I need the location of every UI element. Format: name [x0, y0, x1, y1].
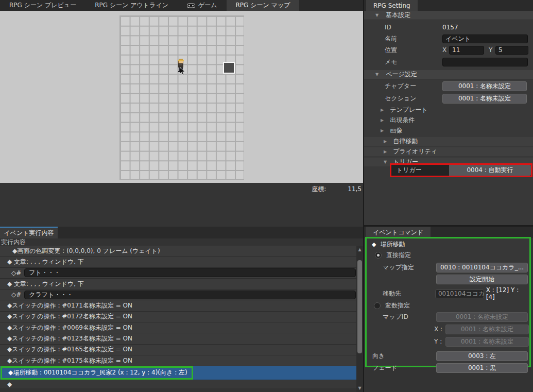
tab-rpg-setting[interactable]: RPG Setting: [366, 0, 418, 11]
tab-game-label: ゲーム: [198, 1, 217, 10]
list-item[interactable]: ◆: [0, 380, 356, 388]
tree-auto-move-label: 自律移動: [393, 137, 418, 146]
exec-list-header: 実行内容: [0, 238, 363, 246]
triangle-down-icon: ▼: [375, 72, 379, 77]
gamepad-icon: [187, 3, 195, 8]
chapter-label: チャプター: [385, 82, 442, 91]
rpg-setting-panel: RPG Setting ▼ 基本設定 ID 0157 名前 位置 X Y メモ …: [364, 0, 533, 225]
id-value: 0157: [442, 24, 458, 31]
scrollbar-thumb[interactable]: [357, 260, 362, 353]
tree-auto-move[interactable]: ▶ 自律移動: [364, 137, 533, 146]
map-id-label: マップID: [383, 313, 436, 321]
direction-label: 向き: [372, 352, 436, 361]
list-item[interactable]: ◆画面の色調変更 : (0,0,0,0), 0 フレーム (ウェイト): [0, 246, 356, 257]
tab-scene-preview[interactable]: RPG シーン プレビュー: [0, 0, 85, 11]
var-y-button[interactable]: 0001 : 名称未設定: [445, 337, 529, 347]
rpg-setting-tab-bar: RPG Setting: [364, 0, 533, 11]
section-select-label: セクション: [385, 94, 442, 103]
event-command-panel: イベントコマンド ◆ 場所移動 直接指定 マップ指定 0010 : 001010…: [364, 227, 533, 392]
position-x-field[interactable]: [449, 46, 484, 55]
direct-spec-label: 直接指定: [386, 251, 411, 260]
tree-image-label: 画像: [390, 126, 402, 135]
position-y-label: Y: [489, 46, 495, 54]
section-page-settings[interactable]: ▼ ページ設定: [364, 70, 533, 79]
destination-xy-value: X : [12] Y : [4]: [486, 286, 529, 301]
list-item[interactable]: ◆スイッチの操作 : #0175名称未設定 = ON: [0, 355, 356, 366]
list-item[interactable]: ◆スイッチの操作 : #0069名称未設定 = ON: [0, 322, 356, 333]
scroll-down-icon[interactable]: ▼: [356, 385, 363, 391]
tree-template-label: テンプレート: [390, 106, 427, 114]
list-item[interactable]: ◆スイッチの操作 : #0171名称未設定 = ON: [0, 300, 356, 311]
tree-template[interactable]: ▶ テンプレート: [364, 105, 533, 115]
section-basic-settings[interactable]: ▼ 基本設定: [364, 11, 533, 20]
list-item[interactable]: ◆スイッチの操作 : #0123名称未設定 = ON: [0, 333, 356, 344]
tree-appear-condition-label: 出現条件: [390, 116, 415, 125]
chapter-button[interactable]: 0001 : 名称未設定: [442, 81, 527, 91]
list-item[interactable]: ◆スイッチの操作 : #0165名称未設定 = ON: [0, 345, 356, 355]
list-scrollbar[interactable]: ▲ ▼: [356, 246, 363, 392]
destination-field[interactable]: 0010104ココカラ: [435, 289, 484, 298]
event-exec-tab-bar: イベント実行内容: [0, 227, 363, 238]
map-grid[interactable]: [119, 15, 244, 180]
position-y-field[interactable]: [495, 46, 528, 55]
tab-game[interactable]: ゲーム: [178, 0, 227, 11]
map-viewport[interactable]: [0, 11, 363, 183]
message-text-box[interactable]: フト・・・: [24, 268, 356, 277]
tree-priority-label: プライオリティ: [393, 147, 437, 156]
map-spec-label: マップ指定: [383, 263, 436, 272]
triangle-right-icon: ▶: [381, 118, 384, 123]
destination-label: 移動先: [383, 289, 435, 298]
name-label: 名前: [385, 35, 442, 43]
tab-event-command[interactable]: イベントコマンド: [366, 227, 431, 238]
map-status-bar: 座標: 11,5: [0, 183, 363, 227]
selected-event-tile[interactable]: [223, 62, 235, 74]
tab-event-exec[interactable]: イベント実行内容: [0, 227, 58, 238]
variable-spec-radio[interactable]: [374, 302, 381, 309]
tree-image[interactable]: ▶ 画像: [364, 125, 533, 135]
direct-spec-radio[interactable]: [375, 252, 382, 259]
triangle-right-icon: ▶: [381, 108, 384, 112]
trigger-button[interactable]: 0004 : 自動実行: [449, 165, 531, 176]
tree-priority[interactable]: ▶ プライオリティ: [364, 147, 533, 156]
list-item-prefix: ◇#: [11, 291, 21, 298]
green-annotation-box: ◆場所移動 : 0010104ココカラ_民家2 (x : 12, y : 4)(…: [1, 366, 193, 380]
list-item[interactable]: ◇# フト・・・: [0, 268, 356, 279]
position-label: 位置: [385, 46, 442, 55]
fade-button[interactable]: 0001 : 黒: [436, 363, 528, 373]
message-text-box[interactable]: クラフト・・・: [24, 291, 356, 299]
coordinate-label: 座標:: [312, 185, 326, 194]
memo-field[interactable]: [442, 58, 528, 66]
triangle-right-icon: ▶: [384, 149, 387, 154]
list-item-prefix: ◇#: [11, 269, 21, 277]
var-x-label: X :: [434, 326, 445, 333]
section-basic-label: 基本設定: [386, 11, 410, 20]
list-item[interactable]: ◆ 文章: , , , ウィンドウ, 下: [0, 279, 356, 289]
tab-scene-outline[interactable]: RPG シーン アウトライン: [85, 0, 178, 11]
event-command-list: ◆画面の色調変更 : (0,0,0,0), 0 フレーム (ウェイト) ◆ 文章…: [0, 246, 356, 392]
list-item[interactable]: ◆ 文章: , , , ウィンドウ, 下: [0, 257, 356, 267]
command-title: 場所移動: [380, 240, 405, 249]
var-x-button[interactable]: 0001 : 名称未設定: [445, 325, 529, 334]
direction-button[interactable]: 0003 : 左: [436, 351, 528, 361]
scroll-up-icon[interactable]: ▲: [356, 246, 363, 253]
triangle-down-icon: ▼: [375, 13, 379, 18]
map-spec-button[interactable]: 0010 : 0010104ココカラ_...: [436, 263, 528, 272]
map-id-button[interactable]: 0001 : 名称未設定: [436, 312, 528, 322]
id-label: ID: [385, 24, 442, 31]
start-setting-button[interactable]: 設定開始: [436, 275, 528, 284]
tree-appear-condition[interactable]: ▶ 出現条件: [364, 115, 533, 125]
list-item[interactable]: ◇# クラフト・・・: [0, 289, 356, 300]
tab-scene-map[interactable]: RPG シーン マップ: [227, 0, 300, 11]
list-item[interactable]: ◆スイッチの操作 : #0172名称未設定 = ON: [0, 312, 356, 322]
diamond-icon: ◆: [372, 241, 376, 248]
list-item-selected[interactable]: ◆場所移動 : 0010104ココカラ_民家2 (x : 12, y : 4)(…: [0, 366, 356, 380]
coordinate-value: 11,5: [348, 185, 362, 193]
app-window: RPG シーン プレビュー RPG シーン アウトライン ゲーム RPG シーン…: [0, 0, 533, 392]
name-field[interactable]: [442, 35, 528, 43]
var-y-label: Y :: [434, 338, 445, 345]
section-select-button[interactable]: 0001 : 名称未設定: [442, 94, 527, 104]
green-annotation-box: ◆ 場所移動 直接指定 マップ指定 0010 : 0010104ココカラ_...…: [365, 237, 531, 367]
event-command-tab-bar: イベントコマンド: [364, 227, 533, 238]
memo-label: メモ: [385, 58, 442, 66]
triangle-down-icon: ▼: [384, 160, 387, 164]
